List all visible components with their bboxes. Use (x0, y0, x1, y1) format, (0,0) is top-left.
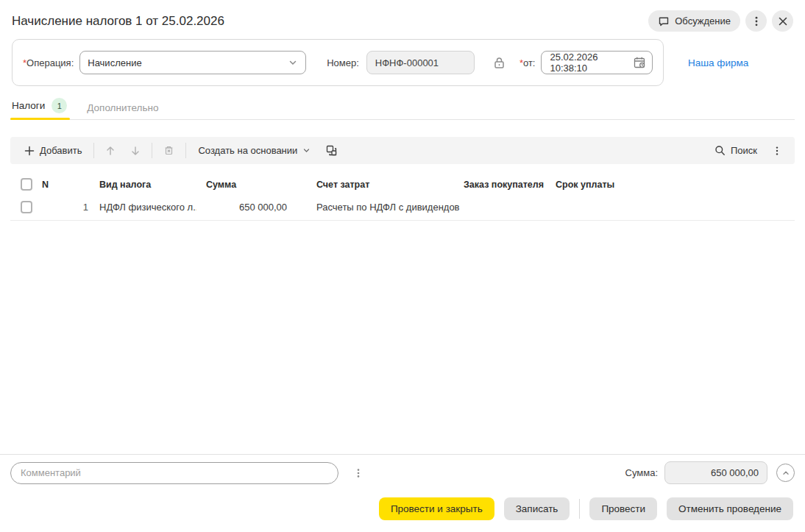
firm-link[interactable]: Наша фирма (688, 57, 748, 68)
row-checkbox-cell (10, 201, 32, 213)
table-header-row: N Вид налога Сумма Счет затрат Заказ пок… (10, 173, 795, 197)
toolbar-separator (185, 143, 186, 158)
action-separator (579, 499, 580, 519)
total-label: Сумма: (625, 467, 658, 478)
date-value: 25.02.2026 10:38:10 (550, 52, 628, 74)
trash-icon (163, 144, 175, 157)
select-all-cell (10, 178, 32, 191)
chevron-down-small-icon (302, 146, 311, 155)
kebab-icon (751, 15, 762, 27)
search-button[interactable]: Поиск (706, 140, 765, 161)
column-header-tax-type[interactable]: Вид налога (90, 180, 196, 190)
tab-taxes[interactable]: Налоги 1 (12, 93, 67, 119)
total-value: 650 000,00 (711, 467, 759, 478)
tab-additional-label: Дополнительно (87, 102, 158, 113)
tab-taxes-label: Налоги (12, 100, 45, 111)
create-based-on-button[interactable]: Создать на основании (190, 140, 319, 161)
column-header-n[interactable]: N (32, 180, 90, 190)
tab-taxes-badge: 1 (52, 98, 67, 113)
taxes-table: N Вид налога Сумма Счет затрат Заказ пок… (10, 173, 795, 221)
post-button[interactable]: Провести (589, 497, 657, 520)
discussion-label: Обсуждение (675, 15, 731, 26)
row-amount-cell[interactable]: 650 000,00 (196, 202, 307, 213)
close-icon (778, 16, 788, 26)
discussion-button[interactable]: Обсуждение (648, 10, 740, 32)
column-header-customer-order[interactable]: Заказ покупателя (454, 180, 546, 190)
date-input[interactable]: 25.02.2026 10:38:10 (541, 51, 653, 74)
add-row-button[interactable]: Добавить (16, 140, 90, 161)
footer-bar: Сумма: 650 000,00 (0, 454, 805, 490)
row-checkbox[interactable] (21, 201, 32, 213)
row-expense-account-cell[interactable]: Расчеты по НДФЛ с дивидендов (307, 202, 454, 213)
footer-total: Сумма: 650 000,00 (625, 461, 795, 484)
arrow-up-icon (104, 145, 116, 157)
discussion-icon (658, 15, 670, 27)
tab-additional[interactable]: Дополнительно (87, 97, 158, 119)
table-row[interactable]: 1 НДФЛ физического л... 650 000,00 Расче… (10, 197, 795, 221)
operation-select[interactable]: Начисление (79, 51, 306, 74)
page-title: Начисление налогов 1 от 25.02.2026 (12, 14, 224, 29)
total-field: 650 000,00 (664, 461, 767, 484)
move-down-button[interactable] (123, 140, 148, 161)
number-field: НФНФ-000001 (366, 51, 475, 74)
table-toolbar: Добавить Создать на основании По (10, 137, 795, 164)
comment-more-button[interactable] (347, 462, 370, 483)
save-button[interactable]: Записать (504, 497, 570, 520)
header-row: *Операция: Начисление Номер: НФНФ-000001… (12, 39, 793, 86)
add-row-label: Добавить (40, 145, 82, 156)
column-header-expense-account[interactable]: Счет затрат (307, 180, 454, 190)
calendar-clock-icon[interactable] (633, 56, 646, 69)
row-tax-type-cell[interactable]: НДФЛ физического л... (90, 202, 196, 213)
search-label: Поиск (731, 145, 757, 156)
titlebar-actions: Обсуждение (648, 10, 793, 32)
toolbar-more-button[interactable] (765, 140, 789, 161)
chevron-up-icon (781, 469, 790, 478)
toolbar-separator (152, 143, 152, 158)
titlebar: Начисление налогов 1 от 25.02.2026 Обсуж… (0, 0, 805, 38)
close-button[interactable] (772, 10, 793, 32)
number-label: Номер: (327, 57, 359, 68)
action-bar: Провести и закрыть Записать Провести Отм… (0, 490, 805, 532)
collapse-footer-button[interactable] (776, 464, 795, 482)
toolbar-right: Поиск (706, 140, 789, 161)
chevron-down-icon (288, 57, 298, 68)
number-value: НФНФ-000001 (375, 57, 439, 68)
tab-bar: Налоги 1 Дополнительно (10, 93, 795, 120)
kebab-icon (353, 468, 364, 478)
plus-icon (24, 146, 35, 156)
column-header-due-date[interactable]: Срок уплаты (546, 180, 795, 190)
lock-icon (492, 56, 506, 70)
select-all-checkbox[interactable] (21, 178, 32, 191)
operation-label: *Операция: (23, 57, 74, 68)
undo-posting-button[interactable]: Отменить проведение (667, 497, 793, 520)
content-spacer (0, 221, 805, 454)
kebab-icon (772, 146, 782, 156)
post-and-close-button[interactable]: Провести и закрыть (379, 497, 494, 520)
delete-row-button[interactable] (156, 140, 182, 161)
related-documents-icon (325, 144, 338, 157)
date-label: *от: (519, 57, 536, 68)
operation-value: Начисление (88, 57, 141, 68)
more-menu-button[interactable] (745, 10, 767, 32)
column-header-amount[interactable]: Сумма (196, 180, 307, 190)
search-icon (714, 145, 726, 156)
toolbar-separator (93, 143, 94, 158)
row-number-cell: 1 (32, 202, 90, 213)
arrow-down-icon (130, 145, 141, 157)
move-up-button[interactable] (98, 140, 123, 161)
create-based-on-label: Создать на основании (198, 145, 297, 156)
related-documents-button[interactable] (319, 140, 344, 161)
header-panel: *Операция: Начисление Номер: НФНФ-000001… (12, 39, 664, 86)
comment-input[interactable] (10, 462, 338, 484)
